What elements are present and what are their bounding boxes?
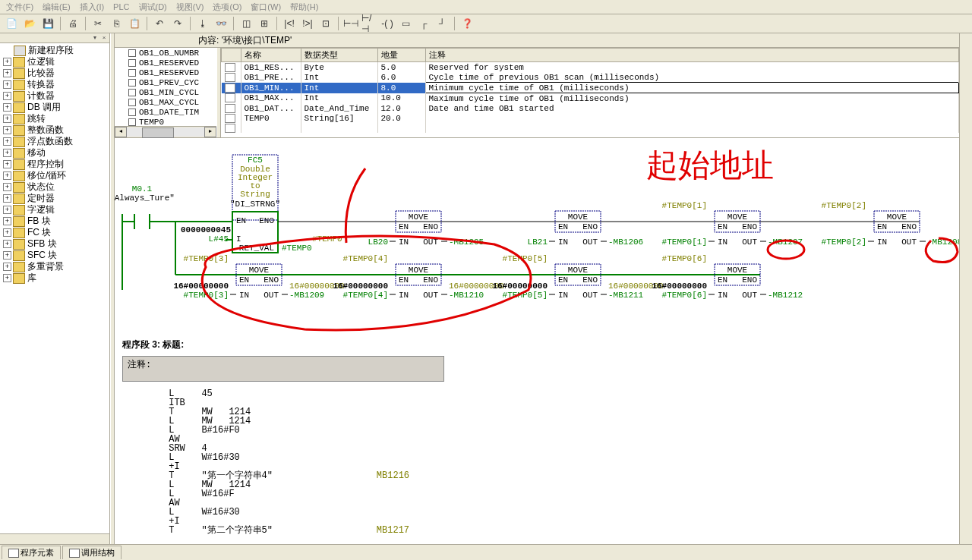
stl-code[interactable]: L 45 ITB T MW 1214 L MW 1214 L B#16#F0 A… (115, 383, 959, 541)
help-icon[interactable]: ❓ (459, 15, 475, 32)
tree-item[interactable]: +移动 (0, 147, 109, 159)
expand-icon[interactable]: + (3, 274, 11, 282)
save-icon[interactable]: 💾 (39, 15, 56, 32)
new-icon[interactable]: 📄 (3, 15, 20, 32)
tree-item[interactable]: +比较器 (0, 68, 109, 79)
print-icon[interactable]: 🖨 (65, 15, 81, 32)
expand-icon[interactable]: + (3, 194, 11, 203)
close-icon[interactable]: × (100, 34, 108, 42)
scroll-thumb[interactable] (142, 127, 174, 138)
tree-item[interactable]: +SFB 块 (0, 238, 109, 250)
expand-icon[interactable]: + (3, 217, 11, 225)
segment-comment[interactable]: 注释: (122, 356, 444, 382)
tree-item[interactable]: +多重背景 (0, 261, 109, 272)
pin-icon[interactable]: ▾ (91, 34, 99, 42)
tree-item[interactable]: +SFC 块 (0, 250, 109, 261)
expand-icon[interactable]: + (3, 183, 11, 191)
tree-item[interactable]: +位逻辑 (0, 56, 109, 68)
tree-item[interactable]: +DB 调用 (0, 102, 109, 113)
menu-help[interactable]: 帮助(H) (287, 2, 321, 13)
expand-icon[interactable]: + (3, 103, 11, 112)
tree-item[interactable]: +整数函数 (0, 124, 109, 136)
variable-table[interactable]: 名称 数据类型 地量 注释 OB1_RES...Byte5.0Reserved … (221, 48, 959, 137)
menu-view[interactable]: 视图(V) (173, 2, 207, 13)
interface-tree[interactable]: OB1_OB_NUMBROB1_RESERVEDOB1_RESERVEDOB1_… (115, 48, 217, 126)
undo-icon[interactable]: ↶ (151, 15, 168, 32)
expand-icon[interactable]: + (3, 160, 11, 168)
goto-next-icon[interactable]: !>| (299, 15, 316, 32)
interface-scrollbar[interactable]: ◂ ▸ (115, 126, 216, 137)
expand-icon[interactable]: + (3, 263, 11, 271)
branch-close-icon[interactable]: ┘ (434, 15, 450, 32)
tree-item[interactable]: +程序控制 (0, 159, 109, 170)
tree-item[interactable]: +状态位 (0, 181, 109, 193)
contact-nc-icon[interactable]: ⊢/⊣ (361, 15, 377, 32)
interface-row[interactable]: OB1_MAX_CYCL (115, 97, 216, 107)
var-row[interactable]: OB1_PRE...Int6.0Cycle time of previous O… (222, 72, 959, 83)
expand-icon[interactable]: + (3, 171, 11, 180)
interface-row[interactable]: TEMP0 (115, 117, 216, 126)
menu-plc[interactable]: PLC (110, 2, 132, 11)
expand-icon[interactable]: + (3, 228, 11, 237)
block-icon[interactable]: ◫ (238, 15, 254, 32)
menu-edit[interactable]: 编辑(E) (39, 2, 74, 13)
redo-icon[interactable]: ↷ (169, 15, 186, 32)
monitor-icon[interactable]: 👓 (213, 15, 229, 32)
var-row[interactable]: OB1_MIN...Int8.0Minimum cycle time of OB… (222, 83, 959, 93)
expand-icon[interactable]: + (3, 69, 11, 77)
expand-icon[interactable]: + (3, 251, 11, 260)
var-row[interactable]: OB1_RES...Byte5.0Reserved for system (222, 62, 959, 73)
col-addr[interactable]: 地量 (377, 49, 425, 62)
var-row[interactable]: OB1_MAX...Int10.0Maximum cycle time of O… (222, 93, 959, 104)
tree-item[interactable]: +FC 块 (0, 227, 109, 238)
expand-icon[interactable]: + (3, 206, 11, 214)
menu-debug[interactable]: 调试(D) (136, 2, 170, 13)
interface-row[interactable]: OB1_RESERVED (115, 68, 216, 77)
var-row[interactable]: OB1_DAT...Date_And_Time12.0Date and time… (222, 103, 959, 113)
tree-item[interactable]: +库 (0, 272, 109, 284)
expand-icon[interactable]: + (3, 92, 11, 100)
copy-icon[interactable]: ⎘ (108, 15, 125, 32)
box-icon[interactable]: ▭ (397, 15, 414, 32)
download-icon[interactable]: ⭳ (194, 15, 211, 32)
tree-item[interactable]: +定时器 (0, 193, 109, 204)
expand-icon[interactable]: + (3, 149, 11, 157)
expand-icon[interactable]: + (3, 126, 11, 134)
paste-icon[interactable]: 📋 (126, 15, 143, 32)
expand-icon[interactable]: + (3, 115, 11, 123)
expand-icon[interactable]: + (3, 58, 11, 66)
menu-insert[interactable]: 插入(I) (77, 2, 107, 13)
new-network[interactable]: 新建程序段 (0, 45, 109, 56)
var-row[interactable]: TEMP0String[16]20.0 (222, 113, 959, 123)
menu-file[interactable]: 文件(F) (3, 2, 36, 13)
tree-item[interactable]: +跳转 (0, 113, 109, 124)
var-row-empty[interactable] (222, 123, 959, 133)
branch-open-icon[interactable]: ┌ (415, 15, 432, 32)
menu-window[interactable]: 窗口(W) (248, 2, 284, 13)
tree-item[interactable]: +FB 块 (0, 216, 109, 227)
goto-prev-icon[interactable]: |<! (281, 15, 298, 32)
col-comment[interactable]: 注释 (425, 49, 959, 62)
net-icon[interactable]: ⊞ (256, 15, 273, 32)
scroll-left-icon[interactable]: ◂ (115, 127, 127, 137)
col-name[interactable]: 名称 (241, 49, 301, 62)
scroll-right-icon[interactable]: ▸ (204, 127, 216, 137)
open-icon[interactable]: 📂 (21, 15, 38, 32)
expand-icon[interactable]: + (3, 80, 11, 89)
vertical-scrollbar[interactable] (959, 33, 972, 545)
expand-icon[interactable]: + (3, 137, 11, 146)
ladder-editor[interactable]: M0.1 "Always_Ture" FC5 Double Integer to… (115, 138, 959, 545)
interface-row[interactable]: OB1_OB_NUMBR (115, 48, 216, 58)
contact-no-icon[interactable]: ⊢⊣ (342, 15, 359, 32)
tree-item[interactable]: +移位/循环 (0, 170, 109, 181)
tree-item[interactable]: +计数器 (0, 90, 109, 102)
interface-row[interactable]: OB1_RESERVED (115, 58, 216, 68)
expand-icon[interactable]: + (3, 240, 11, 248)
interface-row[interactable]: OB1_PREV_CYC (115, 77, 216, 87)
toggle-icon[interactable]: ⊡ (317, 15, 334, 32)
coil-icon[interactable]: -( ) (379, 15, 396, 32)
tree-item[interactable]: +字逻辑 (0, 204, 109, 216)
col-type[interactable]: 数据类型 (301, 49, 377, 62)
tree-item[interactable]: +浮点数函数 (0, 136, 109, 147)
cut-icon[interactable]: ✂ (90, 15, 106, 32)
